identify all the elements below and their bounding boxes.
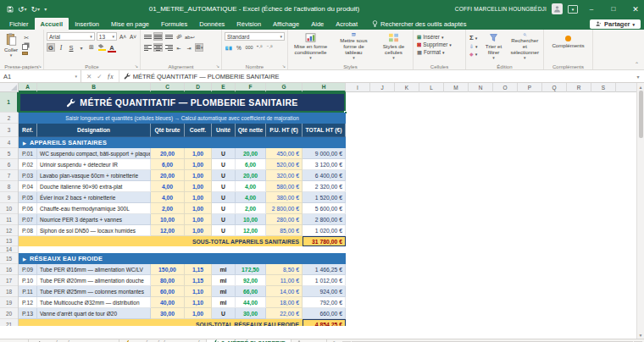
cell-qte_brute[interactable]: 4,00 bbox=[151, 192, 185, 203]
align-middle-icon[interactable] bbox=[153, 32, 163, 41]
cell-ref[interactable]: P.03 bbox=[19, 170, 37, 181]
cell-pu[interactable]: 2 800,00 € bbox=[266, 203, 303, 214]
menu-tab-formules[interactable]: Formules bbox=[155, 18, 193, 30]
name-box[interactable]: A1▾ bbox=[0, 70, 81, 82]
user-avatar[interactable] bbox=[552, 3, 563, 14]
cell-styles-button[interactable]: Styles de cellules▾ bbox=[377, 32, 410, 62]
cell-total[interactable]: 1 012,00 € bbox=[303, 275, 346, 286]
cell-qte_nette[interactable]: 2,00 bbox=[236, 203, 266, 214]
cell-ref[interactable]: P.13 bbox=[19, 308, 37, 319]
cell-qte_nette[interactable]: 20,00 bbox=[236, 170, 266, 181]
row-header-11[interactable]: 11 bbox=[0, 214, 18, 225]
scroll-down-icon[interactable]: ▼ bbox=[637, 331, 644, 339]
cell-designation[interactable]: Chauffe-eau thermodynamique 300L bbox=[37, 203, 151, 214]
cell-pu[interactable]: 380,00 € bbox=[266, 192, 303, 203]
cell-coeff[interactable]: 1,00 bbox=[185, 170, 212, 181]
insert-cells-button[interactable]: ⊞Insérer▾ bbox=[416, 34, 452, 40]
customize-qat-icon[interactable]: ▾ bbox=[44, 6, 47, 12]
row-header-20[interactable]: 20 bbox=[0, 308, 18, 319]
scroll-up-icon[interactable]: ▲ bbox=[637, 83, 644, 91]
column-header-L[interactable]: L bbox=[419, 83, 444, 92]
column-header-J[interactable]: J bbox=[370, 83, 395, 92]
format-as-table-button[interactable]: Mettre sous forme de tableau▾ bbox=[333, 32, 375, 62]
cell-coeff[interactable]: 1,15 bbox=[185, 275, 212, 286]
cell-pu[interactable]: 11,00 € bbox=[266, 275, 303, 286]
comma-style-icon[interactable]: 000 bbox=[245, 43, 253, 52]
column-header-M[interactable]: M bbox=[444, 83, 469, 92]
column-header-F[interactable]: F bbox=[236, 83, 266, 92]
menu-tab-fichier[interactable]: Fichier bbox=[3, 18, 35, 30]
cell-ref[interactable]: P.12 bbox=[19, 297, 37, 308]
undo-icon[interactable]: ↺▾ bbox=[18, 5, 27, 14]
cut-icon[interactable]: ✂ bbox=[22, 34, 31, 42]
cell-coeff[interactable]: 1,00 bbox=[185, 214, 212, 225]
cell-qte_nette[interactable]: 12,00 bbox=[236, 225, 266, 236]
menu-tab-acrobat[interactable]: Acrobat bbox=[330, 18, 364, 30]
cell-unite[interactable]: ml bbox=[212, 297, 236, 308]
cell-total[interactable]: 6 400,00 € bbox=[303, 170, 346, 181]
cell-unite[interactable]: U bbox=[212, 203, 236, 214]
cell-total[interactable]: 792,00 € bbox=[303, 297, 346, 308]
column-header-A[interactable]: A bbox=[19, 83, 37, 92]
save-icon[interactable] bbox=[7, 6, 14, 13]
row-header-16[interactable]: 16 bbox=[0, 264, 18, 275]
section-header-row[interactable]: ▶APPAREILS SANITAIRES bbox=[19, 137, 346, 148]
cell-coeff[interactable]: 1,00 bbox=[185, 148, 212, 159]
addins-button[interactable]: Compléments bbox=[547, 32, 590, 62]
column-header-N[interactable]: N bbox=[469, 83, 493, 92]
cell-total[interactable]: 2 800,00 € bbox=[303, 214, 346, 225]
cell-designation[interactable]: Tube PER Ø25mm — colonnes montantes bbox=[37, 286, 151, 297]
cell-designation[interactable]: Vanne d'arrêt quart de tour Ø20 bbox=[37, 308, 151, 319]
orientation-icon[interactable]: ab bbox=[173, 30, 185, 42]
row-header-5[interactable]: 5 bbox=[0, 148, 18, 159]
row-header-14[interactable]: 14 bbox=[0, 246, 18, 253]
row-header-15[interactable]: 15 bbox=[0, 253, 18, 264]
cell-pu[interactable]: 8,50 € bbox=[266, 264, 303, 275]
cell-coeff[interactable]: 1,15 bbox=[185, 264, 212, 275]
cell-pu[interactable]: 520,00 € bbox=[266, 159, 303, 170]
menu-tab-aide[interactable]: Aide bbox=[305, 18, 330, 30]
menu-tab-affichage[interactable]: Affichage bbox=[267, 18, 305, 30]
italic-button[interactable]: I bbox=[57, 43, 65, 52]
cell-total[interactable]: 660,00 € bbox=[303, 308, 346, 319]
select-all-corner[interactable] bbox=[0, 83, 19, 91]
row-header-6[interactable]: 6 bbox=[0, 159, 18, 170]
row-header-4[interactable]: 4 bbox=[0, 137, 18, 148]
cell-qte_brute[interactable]: 12,00 bbox=[151, 225, 185, 236]
row-header-17[interactable]: 17 bbox=[0, 275, 18, 286]
cell-qte_brute[interactable]: 40,00 bbox=[151, 297, 185, 308]
cell-designation[interactable]: Siphon de sol DN50 — locaux humides bbox=[37, 225, 151, 236]
menu-tab-insertion[interactable]: Insertion bbox=[69, 18, 105, 30]
cell-pu[interactable]: 22,00 € bbox=[266, 308, 303, 319]
borders-icon[interactable]: ⊞ bbox=[87, 43, 96, 52]
column-header-D[interactable]: D bbox=[185, 83, 212, 92]
row-header-21[interactable]: 21 bbox=[0, 319, 18, 326]
menu-tab-données[interactable]: Données bbox=[193, 18, 230, 30]
cell-qte_brute[interactable]: 6,00 bbox=[151, 159, 185, 170]
column-header-K[interactable]: K bbox=[395, 83, 419, 92]
cell-total[interactable]: 2 320,00 € bbox=[303, 181, 346, 192]
fill-color-icon[interactable] bbox=[97, 43, 106, 52]
paste-button[interactable]: Coller▾ bbox=[3, 32, 19, 62]
menu-tab-mise-en-page[interactable]: Mise en page bbox=[105, 18, 155, 30]
restore-button[interactable]: □ bbox=[605, 0, 622, 18]
cell-unite[interactable]: ml bbox=[212, 264, 236, 275]
cell-total[interactable]: 9 000,00 € bbox=[303, 148, 346, 159]
cell-pu[interactable]: 320,00 € bbox=[266, 170, 303, 181]
increase-decimal-icon[interactable]: ⁺·⁰ bbox=[255, 43, 264, 52]
row-header-13[interactable]: 13 bbox=[0, 236, 18, 246]
cell-unite[interactable]: U bbox=[212, 225, 236, 236]
font-name-select[interactable]: Arial▾ bbox=[47, 32, 95, 41]
conditional-formatting-button[interactable]: Mise en forme conditionnelle▾ bbox=[291, 32, 330, 62]
cell-coeff[interactable]: 1,10 bbox=[185, 286, 212, 297]
delete-cells-button[interactable]: ⊠Supprimer▾ bbox=[416, 41, 452, 47]
cell-pu[interactable]: 580,00 € bbox=[266, 181, 303, 192]
cell-total[interactable]: 1 520,00 € bbox=[303, 192, 346, 203]
cell-coeff[interactable]: 1,00 bbox=[185, 159, 212, 170]
formula-content[interactable]: MÉTRÉ QUANTITATIF — PLOMBERIE SANITAIRE bbox=[119, 70, 632, 82]
cell-unite[interactable]: U bbox=[212, 181, 236, 192]
cell-qte_brute[interactable]: 80,00 bbox=[151, 275, 185, 286]
cell-qte_nette[interactable]: 6,00 bbox=[236, 159, 266, 170]
format-painter-icon[interactable] bbox=[22, 52, 28, 55]
column-header-C[interactable]: C bbox=[151, 83, 185, 92]
